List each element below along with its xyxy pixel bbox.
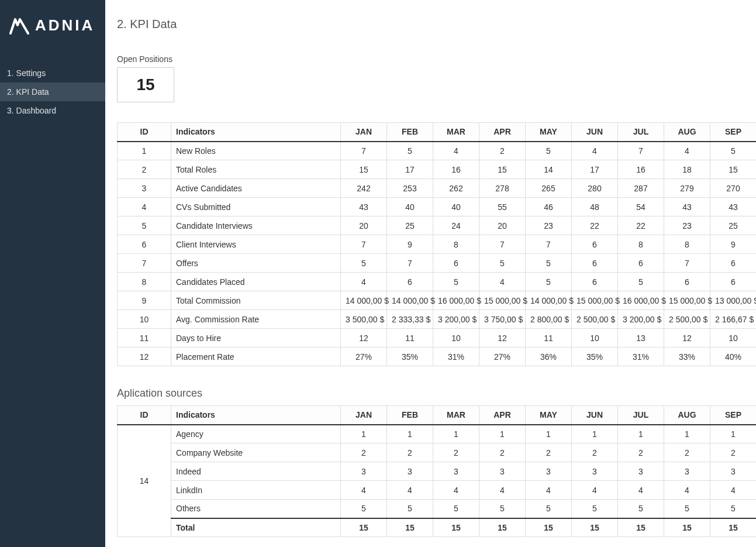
- cell-value[interactable]: 5: [433, 273, 479, 291]
- cell-id[interactable]: 6: [118, 235, 171, 254]
- cell-value[interactable]: 5: [433, 500, 479, 518]
- cell-value[interactable]: 7: [479, 235, 526, 254]
- cell-value[interactable]: 10: [572, 329, 618, 348]
- sidebar-item-2[interactable]: 3. Dashboard: [0, 101, 105, 120]
- cell-value[interactable]: 6: [664, 273, 710, 291]
- cell-value[interactable]: 6: [387, 273, 433, 291]
- cell-value[interactable]: 279: [664, 179, 710, 198]
- cell-indicator[interactable]: Total: [171, 518, 341, 537]
- cell-value[interactable]: 7: [526, 235, 572, 254]
- cell-value[interactable]: 2: [479, 142, 526, 160]
- cell-value[interactable]: 2: [618, 443, 664, 462]
- cell-value[interactable]: 23: [664, 216, 710, 235]
- cell-value[interactable]: 3: [433, 462, 479, 481]
- cell-value[interactable]: 1: [387, 425, 433, 443]
- cell-value[interactable]: 25: [710, 216, 757, 235]
- cell-value[interactable]: 22: [572, 216, 618, 235]
- cell-value[interactable]: 40%: [710, 348, 757, 366]
- cell-value[interactable]: 43: [710, 198, 757, 216]
- cell-value[interactable]: 5: [387, 142, 433, 160]
- cell-indicator[interactable]: Total Commission: [171, 291, 341, 310]
- cell-value[interactable]: 10: [710, 329, 757, 348]
- cell-id[interactable]: 11: [118, 329, 171, 348]
- cell-id[interactable]: 3: [118, 179, 171, 198]
- cell-value[interactable]: 17: [387, 160, 433, 179]
- sidebar-item-0[interactable]: 1. Settings: [0, 64, 105, 82]
- cell-indicator[interactable]: Client Interviews: [171, 235, 341, 254]
- cell-value[interactable]: 5: [341, 500, 387, 518]
- cell-value[interactable]: 4: [433, 481, 479, 500]
- cell-value[interactable]: 3: [479, 462, 526, 481]
- cell-value[interactable]: 1: [433, 425, 479, 443]
- cell-value[interactable]: 12: [479, 329, 526, 348]
- cell-indicator[interactable]: Agency: [171, 425, 341, 443]
- cell-value[interactable]: 15: [433, 518, 479, 537]
- cell-value[interactable]: 2: [572, 443, 618, 462]
- cell-id[interactable]: 7: [118, 254, 171, 273]
- cell-value[interactable]: 2: [664, 443, 710, 462]
- cell-value[interactable]: 253: [387, 179, 433, 198]
- open-positions-value[interactable]: 15: [117, 67, 174, 102]
- cell-value[interactable]: 7: [387, 254, 433, 273]
- cell-value[interactable]: 15: [572, 518, 618, 537]
- cell-value[interactable]: 31%: [433, 348, 479, 366]
- cell-value[interactable]: 13: [618, 329, 664, 348]
- cell-value[interactable]: 4: [479, 273, 526, 291]
- cell-value[interactable]: 16 000,00 $: [433, 291, 479, 310]
- cell-value[interactable]: 40: [387, 198, 433, 216]
- cell-id[interactable]: 4: [118, 198, 171, 216]
- cell-value[interactable]: 6: [433, 254, 479, 273]
- cell-value[interactable]: 4: [526, 481, 572, 500]
- cell-value[interactable]: 15: [618, 518, 664, 537]
- cell-value[interactable]: 20: [341, 216, 387, 235]
- cell-value[interactable]: 4: [664, 142, 710, 160]
- cell-value[interactable]: 31%: [618, 348, 664, 366]
- cell-value[interactable]: 27%: [341, 348, 387, 366]
- cell-value[interactable]: 7: [341, 235, 387, 254]
- cell-value[interactable]: 7: [341, 142, 387, 160]
- cell-indicator[interactable]: Active Candidates: [171, 179, 341, 198]
- cell-value[interactable]: 4: [664, 481, 710, 500]
- cell-indicator[interactable]: Offers: [171, 254, 341, 273]
- cell-value[interactable]: 5: [710, 142, 757, 160]
- cell-value[interactable]: 265: [526, 179, 572, 198]
- cell-value[interactable]: 7: [664, 254, 710, 273]
- cell-value[interactable]: 6: [710, 254, 757, 273]
- cell-indicator[interactable]: Total Roles: [171, 160, 341, 179]
- cell-value[interactable]: 3 500,00 $: [341, 310, 387, 329]
- cell-value[interactable]: 5: [479, 254, 526, 273]
- cell-value[interactable]: 3: [341, 462, 387, 481]
- cell-value[interactable]: 55: [479, 198, 526, 216]
- cell-value[interactable]: 10: [433, 329, 479, 348]
- cell-value[interactable]: 5: [526, 254, 572, 273]
- cell-value[interactable]: 11: [526, 329, 572, 348]
- cell-value[interactable]: 1: [572, 425, 618, 443]
- cell-value[interactable]: 16: [433, 160, 479, 179]
- cell-value[interactable]: 27%: [479, 348, 526, 366]
- cell-value[interactable]: 6: [572, 254, 618, 273]
- cell-value[interactable]: 43: [664, 198, 710, 216]
- cell-value[interactable]: 262: [433, 179, 479, 198]
- cell-value[interactable]: 2: [479, 443, 526, 462]
- cell-indicator[interactable]: Days to Hire: [171, 329, 341, 348]
- cell-id[interactable]: 9: [118, 291, 171, 310]
- cell-value[interactable]: 5: [618, 500, 664, 518]
- cell-value[interactable]: 12: [664, 329, 710, 348]
- cell-value[interactable]: 24: [433, 216, 479, 235]
- cell-value[interactable]: 14 000,00 $: [341, 291, 387, 310]
- cell-value[interactable]: 2 500,00 $: [664, 310, 710, 329]
- cell-value[interactable]: 8: [433, 235, 479, 254]
- cell-indicator[interactable]: CVs Submitted: [171, 198, 341, 216]
- cell-value[interactable]: 3: [387, 462, 433, 481]
- cell-value[interactable]: 242: [341, 179, 387, 198]
- cell-value[interactable]: 3: [572, 462, 618, 481]
- cell-value[interactable]: 4: [572, 481, 618, 500]
- cell-value[interactable]: 43: [341, 198, 387, 216]
- sidebar-item-1[interactable]: 2. KPI Data: [0, 82, 105, 101]
- cell-value[interactable]: 5: [341, 254, 387, 273]
- cell-indicator[interactable]: Avg. Commission Rate: [171, 310, 341, 329]
- cell-value[interactable]: 33%: [664, 348, 710, 366]
- cell-value[interactable]: 4: [387, 481, 433, 500]
- cell-value[interactable]: 6: [710, 273, 757, 291]
- cell-id[interactable]: 8: [118, 273, 171, 291]
